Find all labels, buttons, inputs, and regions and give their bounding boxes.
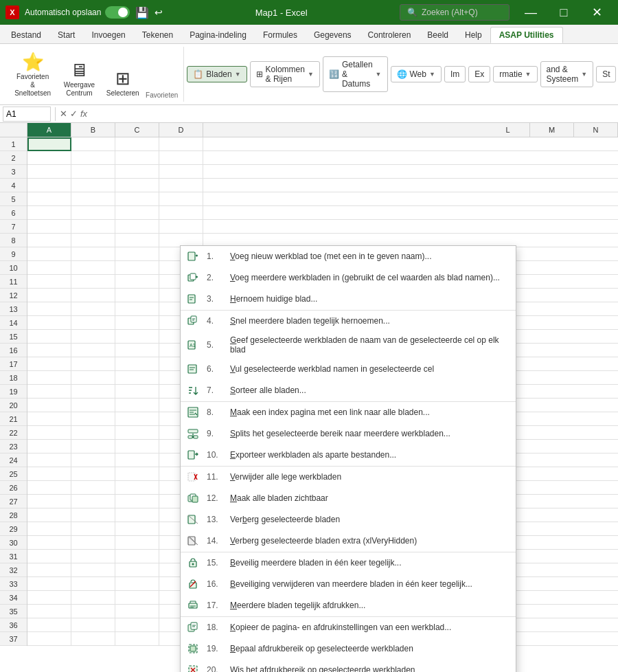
selecteren-button[interactable]: ⊞ Selecteren xyxy=(101,65,144,100)
cell-C19[interactable] xyxy=(115,385,159,399)
cell-C1[interactable] xyxy=(115,137,159,151)
minimize-button[interactable]: — xyxy=(515,0,547,25)
cell-A6[interactable] xyxy=(27,206,71,220)
cell-A32[interactable] xyxy=(27,563,71,577)
cell-B21[interactable] xyxy=(71,412,115,426)
cell-B24[interactable] xyxy=(71,453,115,467)
cell-B12[interactable] xyxy=(71,289,115,302)
cell-B26[interactable] xyxy=(71,481,115,495)
cell-B5[interactable] xyxy=(71,192,115,206)
menu-item-5[interactable]: A15.Geef geselecteerde werkbladen de naa… xyxy=(181,332,516,359)
menu-item-7[interactable]: 7.Sorteer alle bladen... xyxy=(181,380,516,401)
col-header-l[interactable]: L xyxy=(486,123,530,137)
cell-B13[interactable] xyxy=(71,302,115,316)
cell-A26[interactable] xyxy=(27,481,71,495)
cell-A29[interactable] xyxy=(27,522,71,536)
cell-B34[interactable] xyxy=(71,591,115,605)
cell-C10[interactable] xyxy=(115,261,159,275)
cell-A21[interactable] xyxy=(27,412,71,426)
getallen-dropdown-button[interactable]: 🔢 Getallen & Datums ▼ xyxy=(323,56,388,92)
cell-A31[interactable] xyxy=(27,550,71,563)
tab-help[interactable]: Help xyxy=(457,27,490,43)
informatie-button[interactable]: rmatie ▼ xyxy=(493,66,537,82)
cell-B29[interactable] xyxy=(71,522,115,536)
menu-item-13[interactable]: 13.Verberg geselecteerde bladen xyxy=(181,509,516,530)
cell-B23[interactable] xyxy=(71,440,115,453)
menu-item-18[interactable]: 18.Kopieer de pagina- en afdrukinstellin… xyxy=(181,616,516,638)
menu-item-17[interactable]: 17.Meerdere bladen tegelijk afdrukken... xyxy=(181,595,516,616)
ex-button[interactable]: Ex xyxy=(468,66,490,82)
cell-A3[interactable] xyxy=(27,165,71,179)
web-dropdown-button[interactable]: 🌐 Web ▼ xyxy=(391,66,442,82)
cell-B35[interactable] xyxy=(71,605,115,618)
col-header-c[interactable]: C xyxy=(115,123,159,137)
cell-C22[interactable] xyxy=(115,426,159,440)
tab-invoegen[interactable]: Invoegen xyxy=(83,27,133,43)
cell-A19[interactable] xyxy=(27,385,71,399)
menu-item-10[interactable]: 10.Exporteer werkbladen als aparte besta… xyxy=(181,445,516,466)
cell-B1[interactable] xyxy=(71,137,115,151)
cell-B27[interactable] xyxy=(71,495,115,508)
cell-C29[interactable] xyxy=(115,522,159,536)
cell-C34[interactable] xyxy=(115,591,159,605)
cell-D2[interactable] xyxy=(159,151,203,165)
cell-B22[interactable] xyxy=(71,426,115,440)
col-header-b[interactable]: B xyxy=(71,123,115,137)
formula-input[interactable] xyxy=(90,107,615,122)
close-button[interactable]: ✕ xyxy=(581,0,613,25)
tab-start[interactable]: Start xyxy=(49,27,83,43)
cell-D4[interactable] xyxy=(159,179,203,192)
cell-B36[interactable] xyxy=(71,618,115,632)
cell-C37[interactable] xyxy=(115,632,159,646)
tab-controleren[interactable]: Controleren xyxy=(360,27,420,43)
cell-A33[interactable] xyxy=(27,577,71,591)
col-header-a[interactable]: A xyxy=(27,123,71,137)
col-header-n[interactable]: N xyxy=(574,123,618,137)
cell-D6[interactable] xyxy=(159,206,203,220)
cell-C30[interactable] xyxy=(115,536,159,550)
cell-B31[interactable] xyxy=(71,550,115,563)
cell-A36[interactable] xyxy=(27,618,71,632)
cell-A1[interactable] xyxy=(27,137,71,151)
cell-B18[interactable] xyxy=(71,371,115,385)
menu-item-12[interactable]: 12.Maak alle bladen zichtbaar xyxy=(181,488,516,509)
cell-C4[interactable] xyxy=(115,179,159,192)
cell-C24[interactable] xyxy=(115,453,159,467)
cell-A2[interactable] xyxy=(27,151,71,165)
cell-D5[interactable] xyxy=(159,192,203,206)
cell-C21[interactable] xyxy=(115,412,159,426)
weergave-button[interactable]: 🖥 WeergaveCentrum xyxy=(58,56,100,100)
cell-B2[interactable] xyxy=(71,151,115,165)
menu-item-9[interactable]: 9.Splits het geselecteerde bereik naar m… xyxy=(181,423,516,445)
cell-C3[interactable] xyxy=(115,165,159,179)
save-icon[interactable]: 💾 xyxy=(135,6,149,19)
undo-icon[interactable]: ↩ xyxy=(154,7,163,18)
cancel-formula-icon[interactable]: ✕ xyxy=(60,109,67,119)
cell-A5[interactable] xyxy=(27,192,71,206)
cell-A11[interactable] xyxy=(27,275,71,289)
cell-C15[interactable] xyxy=(115,330,159,344)
menu-item-20[interactable]: 20.Wis het afdrukbereik op geselecteerde… xyxy=(181,660,516,672)
cell-A12[interactable] xyxy=(27,289,71,302)
cell-C33[interactable] xyxy=(115,577,159,591)
cell-B7[interactable] xyxy=(71,220,115,234)
cell-C18[interactable] xyxy=(115,371,159,385)
cell-C25[interactable] xyxy=(115,467,159,481)
cell-C32[interactable] xyxy=(115,563,159,577)
cell-C16[interactable] xyxy=(115,344,159,357)
cell-A27[interactable] xyxy=(27,495,71,508)
menu-item-15[interactable]: 15.Beveilig meerdere bladen in één keer … xyxy=(181,552,516,574)
menu-item-4[interactable]: 4.Snel meerdere bladen tegelijk hernoeme… xyxy=(181,310,516,332)
cell-A35[interactable] xyxy=(27,605,71,618)
tab-formules[interactable]: Formules xyxy=(255,27,306,43)
cell-C31[interactable] xyxy=(115,550,159,563)
cell-B19[interactable] xyxy=(71,385,115,399)
cell-C12[interactable] xyxy=(115,289,159,302)
tab-asap[interactable]: ASAP Utilities xyxy=(490,27,563,43)
cell-B37[interactable] xyxy=(71,632,115,646)
cell-A14[interactable] xyxy=(27,316,71,330)
cell-B9[interactable] xyxy=(71,247,115,261)
cell-B6[interactable] xyxy=(71,206,115,220)
tab-bestand[interactable]: Bestand xyxy=(3,27,49,43)
cell-A28[interactable] xyxy=(27,508,71,522)
